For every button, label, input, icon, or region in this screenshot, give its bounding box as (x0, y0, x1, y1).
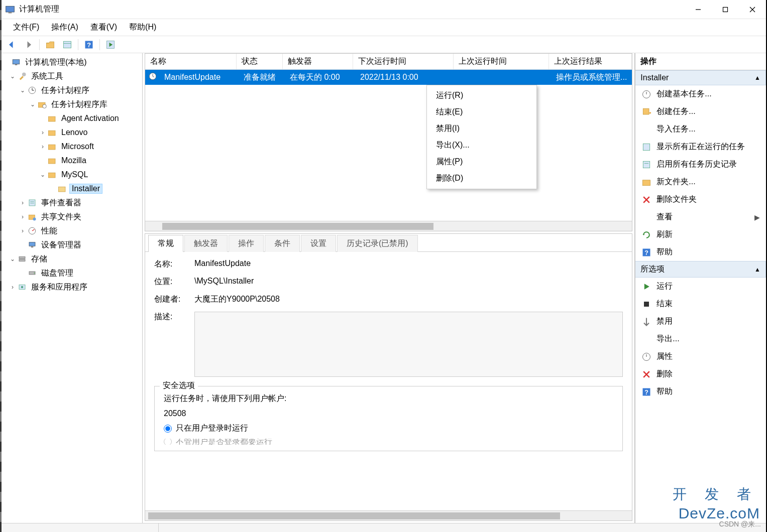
folder-up-button[interactable] (43, 38, 58, 51)
properties-icon (641, 352, 651, 362)
context-export[interactable]: 导出(X)... (427, 137, 536, 154)
minimize-button[interactable] (685, 0, 712, 19)
action-view[interactable]: 查看▶ (635, 208, 766, 226)
status-seg-2 (159, 523, 766, 532)
menu-help[interactable]: 帮助(H) (124, 20, 161, 35)
tab-settings[interactable]: 设置 (301, 235, 336, 252)
tree-lenovo[interactable]: ›Lenovo (0, 125, 142, 140)
horizontal-scrollbar[interactable] (145, 221, 632, 231)
action-run[interactable]: 运行 (635, 278, 766, 295)
folder-icon (47, 156, 57, 166)
radio-logon-only[interactable]: 只在用户登录时运行 (164, 423, 613, 434)
action-create-basic-task[interactable]: 创建基本任务... (635, 85, 766, 103)
close-button[interactable] (739, 0, 766, 19)
tree-shared-folders[interactable]: ›共享文件夹 (0, 210, 142, 224)
tree-disk-management[interactable]: ·磁盘管理 (0, 266, 142, 280)
col-status[interactable]: 状态 (237, 54, 283, 69)
tab-history[interactable]: 历史记录(已禁用) (337, 235, 418, 252)
svg-rect-34 (19, 257, 25, 259)
action-refresh[interactable]: 刷新 (635, 226, 766, 243)
help-icon: ? (641, 247, 651, 257)
chevron-right-icon: ▶ (754, 213, 760, 221)
col-trigger[interactable]: 触发器 (283, 54, 353, 69)
menu-action[interactable]: 操作(A) (46, 20, 83, 35)
menu-file[interactable]: 文件(F) (8, 20, 44, 35)
tree-root[interactable]: ▾计算机管理(本地) (0, 55, 142, 69)
radio-input[interactable] (164, 439, 172, 445)
value-author: 大魔王的Y9000P\20508 (194, 294, 623, 305)
tree-event-viewer[interactable]: ›事件查看器 (0, 196, 142, 210)
maximize-button[interactable] (712, 0, 739, 19)
actions-list-1: 创建基本任务... *创建任务... 导入任务... 显示所有正在运行的任务 启… (635, 85, 766, 261)
tree-mysql[interactable]: ⌄MySQL (0, 168, 142, 182)
tree-mozilla[interactable]: ·Mozilla (0, 154, 142, 168)
detail-body: 名称:ManifestUpdate 位置:\MySQL\Installer 创建… (145, 252, 632, 510)
action-properties[interactable]: 属性 (635, 348, 766, 365)
actions-section-selected[interactable]: 所选项▲ (635, 261, 766, 278)
tab-general[interactable]: 常规 (148, 235, 183, 252)
action-help[interactable]: ?帮助 (635, 243, 766, 261)
tab-actions[interactable]: 操作 (229, 235, 264, 252)
tree-system-tools[interactable]: ⌄系统工具 (0, 69, 142, 83)
tree-installer[interactable]: ·Installer (0, 182, 142, 196)
scrollbar-thumb[interactable] (148, 512, 560, 519)
forward-button[interactable] (21, 38, 36, 51)
action-create-task[interactable]: *创建任务... (635, 103, 766, 120)
col-lastrun[interactable]: 上次运行时间 (454, 54, 549, 69)
context-disable[interactable]: 禁用(I) (427, 120, 536, 137)
cell-trigger: 在每天的 0:00 (285, 72, 355, 83)
context-run[interactable]: 运行(R) (427, 87, 536, 104)
action-import-task[interactable]: 导入任务... (635, 120, 766, 138)
tree-task-library[interactable]: ⌄任务计划程序库 (0, 97, 142, 111)
properties-button[interactable] (60, 38, 75, 51)
radio-any-logon[interactable]: 不管用户是否登录都要运行 (164, 439, 613, 445)
run-button[interactable] (103, 38, 118, 51)
back-button[interactable] (4, 38, 19, 51)
col-nextrun[interactable]: 下次运行时间 (353, 54, 454, 69)
context-properties[interactable]: 属性(P) (427, 154, 536, 170)
toolbar-separator (39, 39, 40, 50)
runas-label: 运行任务时，请使用下列用户帐户: (164, 393, 613, 404)
device-manager-icon (27, 240, 37, 250)
tree-storage[interactable]: ⌄存储 (0, 252, 142, 266)
svg-text:?: ? (87, 41, 91, 49)
actions-section-installer[interactable]: Installer▲ (635, 70, 766, 85)
action-show-running[interactable]: 显示所有正在运行的任务 (635, 138, 766, 156)
tab-triggers[interactable]: 触发器 (184, 235, 228, 252)
radio-input[interactable] (164, 425, 172, 433)
action-delete-folder[interactable]: 删除文件夹 (635, 191, 766, 208)
task-list-body[interactable]: ManifestUpdate 准备就绪 在每天的 0:00 2022/11/13… (145, 70, 632, 221)
tree-panel: ▾计算机管理(本地) ⌄系统工具 ⌄任务计划程序 ⌄任务计划程序库 ·Agent… (0, 53, 143, 523)
action-export[interactable]: 导出... (635, 330, 766, 348)
help-button[interactable]: ? (81, 38, 96, 51)
action-new-folder[interactable]: 新文件夹... (635, 173, 766, 191)
tree-performance[interactable]: ›性能 (0, 224, 142, 238)
tree-agent-activation[interactable]: ·Agent Activation (0, 111, 142, 125)
details-scrollbar[interactable] (145, 510, 632, 520)
tab-conditions[interactable]: 条件 (265, 235, 300, 252)
context-delete[interactable]: 删除(D) (427, 170, 536, 187)
col-lastresult[interactable]: 上次运行结果 (549, 54, 632, 69)
action-help2[interactable]: ?帮助 (635, 383, 766, 401)
description-textarea[interactable] (194, 312, 623, 377)
folder-icon (641, 177, 651, 187)
action-delete[interactable]: 删除 (635, 365, 766, 383)
scrollbar-thumb[interactable] (162, 223, 433, 230)
action-enable-history[interactable]: 启用所有任务历史记录 (635, 156, 766, 173)
tree-microsoft[interactable]: ›Microsoft (0, 140, 142, 154)
svg-point-37 (34, 273, 35, 274)
folder-icon (47, 170, 57, 180)
action-end[interactable]: 结束 (635, 295, 766, 313)
label-location: 位置: (154, 277, 194, 287)
svg-text:?: ? (645, 389, 649, 396)
tree-services-apps[interactable]: ›服务和应用程序 (0, 280, 142, 294)
task-row[interactable]: ManifestUpdate 准备就绪 在每天的 0:00 2022/11/13… (145, 70, 632, 85)
tree-task-scheduler[interactable]: ⌄任务计划程序 (0, 83, 142, 97)
menu-view[interactable]: 查看(V) (85, 20, 122, 35)
workarea: ▾计算机管理(本地) ⌄系统工具 ⌄任务计划程序 ⌄任务计划程序库 ·Agent… (0, 53, 766, 523)
tree-device-manager[interactable]: ·设备管理器 (0, 238, 142, 252)
context-end[interactable]: 结束(E) (427, 104, 536, 120)
svg-rect-12 (13, 60, 20, 64)
col-name[interactable]: 名称 (145, 54, 237, 69)
action-disable[interactable]: 禁用 (635, 313, 766, 330)
